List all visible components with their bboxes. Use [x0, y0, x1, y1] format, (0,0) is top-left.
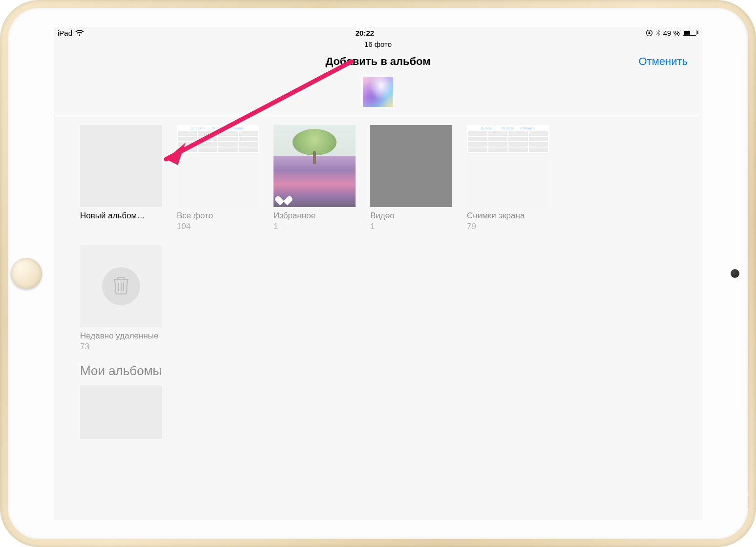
album-picker: Новый альбом… Добавить 16 фото Отменить [54, 114, 702, 439]
album-all-photos-label: Все фото [177, 211, 259, 221]
battery-icon [683, 30, 698, 36]
selected-photo-preview [363, 77, 393, 107]
screen: iPad 20:22 49 % 16 фото Доб [54, 27, 702, 520]
trash-icon [113, 275, 129, 297]
album-all-photos-count: 104 [177, 222, 259, 231]
album-grid: Новый альбом… Добавить 16 фото Отменить [80, 125, 676, 352]
device-label: iPad [58, 29, 72, 37]
my-album-item[interactable] [80, 385, 162, 439]
album-new-label: Новый альбом… [80, 211, 162, 221]
status-bar: iPad 20:22 49 % [54, 27, 702, 38]
album-favorites-count: 1 [273, 222, 356, 231]
album-videos-count: 1 [370, 222, 452, 231]
album-screenshots-label: Снимки экрана [467, 211, 549, 221]
album-recently-deleted: Недавно удаленные 73 [80, 245, 162, 352]
album-all-photos: Добавить 16 фото Отменить Все фото 104 [177, 125, 259, 231]
album-recently-deleted-thumb [80, 245, 162, 327]
album-videos-label: Видео [370, 211, 452, 221]
album-screenshots-count: 79 [467, 222, 549, 231]
rotation-lock-icon [646, 29, 653, 37]
album-favorites-label: Избранное [273, 211, 356, 221]
selection-count: 16 фото [54, 38, 702, 48]
album-screenshots-thumb: Добавить 19 фото Отменить [467, 125, 549, 207]
wifi-icon [75, 30, 84, 36]
home-button[interactable] [11, 258, 42, 289]
section-my-albums: Мои альбомы [80, 363, 676, 379]
album-videos: Видео 1 [370, 125, 452, 231]
nav-bar: Добавить в альбом Отменить [54, 48, 702, 74]
album-new[interactable]: Новый альбом… [80, 125, 162, 231]
album-videos-thumb [370, 125, 452, 207]
album-new-thumb [80, 125, 162, 207]
album-favorites: Избранное 1 [273, 125, 356, 231]
album-recently-deleted-count: 73 [80, 342, 162, 352]
ipad-frame: iPad 20:22 49 % 16 фото Доб [0, 0, 756, 547]
album-all-photos-thumb: Добавить 16 фото Отменить [177, 125, 259, 207]
album-recently-deleted-label: Недавно удаленные [80, 331, 162, 341]
album-favorites-thumb [273, 125, 356, 207]
page-title: Добавить в альбом [54, 55, 702, 68]
clock: 20:22 [356, 29, 374, 37]
front-camera [731, 269, 739, 278]
cancel-button[interactable]: Отменить [638, 55, 688, 68]
battery-percent: 49 % [663, 29, 680, 37]
album-screenshots: Добавить 19 фото Отменить Снимки экрана … [467, 125, 549, 231]
bluetooth-icon [656, 29, 660, 37]
